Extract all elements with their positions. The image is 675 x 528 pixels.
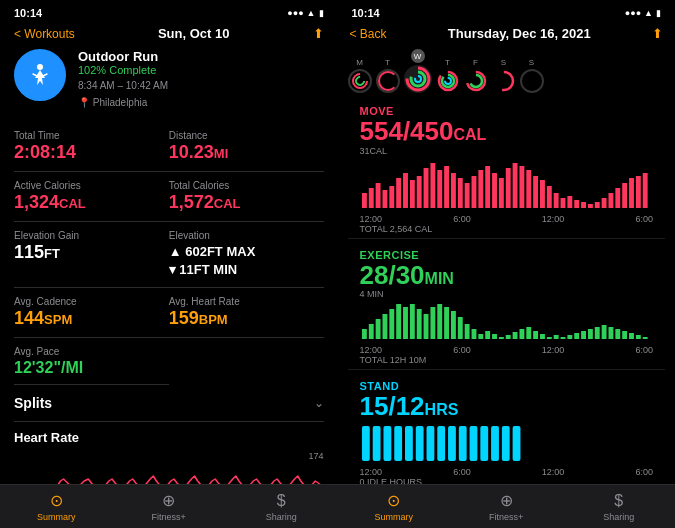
tab-fitness-right[interactable]: ⊕ Fitness+ [450, 485, 563, 528]
share-button-right[interactable]: ⬆ [652, 26, 663, 41]
svg-rect-72 [498, 337, 503, 339]
tab-summary-label-left: Summary [37, 512, 76, 522]
right-content: MOVE 554/450CAL 31CAL [338, 99, 676, 484]
svg-rect-69 [478, 334, 483, 339]
stand-value: 15/12HRS [360, 392, 654, 421]
svg-point-6 [445, 78, 451, 84]
tab-summary-right[interactable]: ⊙ Summary [338, 485, 451, 528]
share-button-left[interactable]: ⬆ [313, 26, 324, 41]
stat-active-cal: Active Calories 1,324CAL [14, 172, 169, 222]
svg-rect-32 [512, 163, 517, 208]
tab-summary-left[interactable]: ⊙ Summary [0, 485, 113, 528]
svg-rect-30 [498, 178, 503, 208]
svg-rect-22 [444, 166, 449, 208]
exercise-total: TOTAL 12H 10M [360, 355, 654, 365]
day-W: W [404, 49, 432, 93]
svg-rect-71 [492, 334, 497, 339]
svg-rect-88 [608, 327, 613, 339]
stand-chart-svg [360, 421, 654, 461]
svg-rect-79 [546, 337, 551, 339]
sharing-icon-right: $ [614, 492, 623, 510]
chevron-down-icon: ⌄ [314, 396, 324, 410]
svg-rect-15 [396, 178, 401, 208]
svg-rect-103 [458, 426, 466, 461]
svg-rect-91 [629, 333, 634, 339]
move-section: MOVE 554/450CAL 31CAL [348, 99, 666, 239]
svg-point-5 [442, 75, 454, 87]
ring-T2 [436, 69, 460, 93]
svg-rect-56 [389, 309, 394, 339]
svg-rect-16 [403, 173, 408, 208]
stand-footer: 12:00 6:00 12:00 6:00 [360, 467, 654, 477]
day-S2: S [520, 58, 544, 93]
svg-rect-68 [471, 329, 476, 339]
move-total: TOTAL 2,564 CAL [360, 224, 654, 234]
battery-icon: ▮ [319, 8, 324, 18]
svg-rect-29 [492, 173, 497, 208]
right-phone: 10:14 ●●● ▲ ▮ < Back Thursday, Dec 16, 2… [338, 0, 676, 528]
signal-icon-right: ●●● [625, 8, 641, 18]
tab-sharing-right[interactable]: $ Sharing [563, 485, 676, 528]
stat-heart-rate: Avg. Heart Rate 159BPM [169, 288, 324, 338]
splits-row[interactable]: Splits ⌄ [14, 385, 324, 422]
svg-rect-92 [635, 335, 640, 339]
tab-sharing-label-right: Sharing [603, 512, 634, 522]
tab-fitness-left[interactable]: ⊕ Fitness+ [113, 485, 226, 528]
svg-rect-61 [423, 314, 428, 339]
status-bar-left: 10:14 ●●● ▲ ▮ [0, 0, 338, 22]
svg-rect-59 [409, 304, 414, 339]
exercise-label: EXERCISE [360, 249, 654, 261]
svg-rect-33 [519, 166, 524, 208]
move-chart-container: 31CAL [360, 146, 654, 212]
svg-rect-75 [519, 329, 524, 339]
svg-rect-65 [450, 311, 455, 339]
stat-elev-gain: Elevation Gain 115FT [14, 222, 169, 288]
signal-icon: ●●● [287, 8, 303, 18]
ring-M [348, 69, 372, 93]
svg-rect-85 [587, 329, 592, 339]
heart-rate-chart-container: 174 126 [14, 451, 324, 484]
sharing-icon-left: $ [277, 492, 286, 510]
svg-rect-73 [505, 335, 510, 339]
svg-rect-83 [574, 333, 579, 339]
svg-rect-24 [457, 178, 462, 208]
svg-rect-87 [601, 325, 606, 339]
svg-rect-41 [574, 200, 579, 208]
svg-rect-63 [437, 304, 442, 339]
svg-rect-47 [615, 188, 620, 208]
svg-rect-95 [372, 426, 380, 461]
back-button-right[interactable]: < Back [350, 27, 387, 41]
svg-rect-70 [485, 331, 490, 339]
svg-rect-52 [361, 329, 366, 339]
workout-type: Outdoor Run [78, 49, 324, 64]
stand-total: 0 IDLE HOURS [360, 477, 654, 484]
day-M: M [348, 58, 372, 93]
day-F: F [464, 58, 488, 93]
svg-rect-107 [501, 426, 509, 461]
summary-icon-left: ⊙ [50, 491, 63, 510]
workout-location: 📍 Philadelphia [78, 95, 324, 110]
tab-fitness-label-right: Fitness+ [489, 512, 523, 522]
svg-rect-39 [560, 198, 565, 208]
ring-T1 [376, 69, 400, 93]
svg-rect-38 [553, 193, 558, 208]
day-S1: S [492, 58, 516, 93]
svg-rect-37 [546, 186, 551, 208]
svg-rect-25 [464, 183, 469, 208]
svg-rect-89 [615, 329, 620, 339]
svg-rect-66 [457, 317, 462, 339]
back-button-left[interactable]: < Workouts [14, 27, 75, 41]
svg-rect-40 [567, 196, 572, 208]
svg-rect-21 [437, 170, 442, 208]
nav-bar-right: < Back Thursday, Dec 16, 2021 ⬆ [338, 22, 676, 45]
svg-rect-20 [430, 163, 435, 208]
svg-rect-43 [587, 204, 592, 208]
svg-rect-42 [581, 202, 586, 208]
fitness-icon-left: ⊕ [162, 491, 175, 510]
svg-rect-96 [383, 426, 391, 461]
tab-sharing-left[interactable]: $ Sharing [225, 485, 338, 528]
exercise-chart-container: 4 MIN [360, 289, 654, 343]
left-phone: 10:14 ●●● ▲ ▮ < Workouts Sun, Oct 10 ⬆ [0, 0, 338, 528]
tab-fitness-label-left: Fitness+ [152, 512, 186, 522]
svg-rect-50 [635, 176, 640, 208]
